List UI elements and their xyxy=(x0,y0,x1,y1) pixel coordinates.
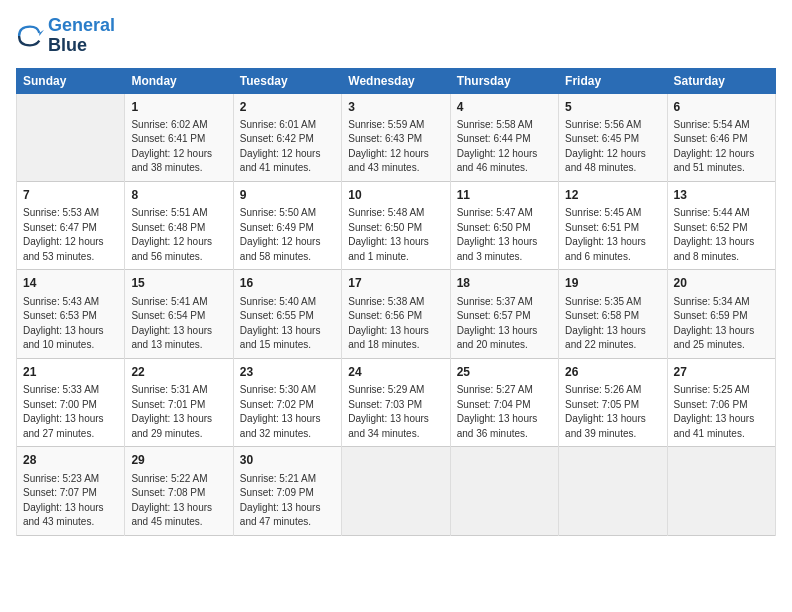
day-number: 15 xyxy=(131,275,226,292)
day-number: 19 xyxy=(565,275,660,292)
calendar-cell: 21Sunrise: 5:33 AM Sunset: 7:00 PM Dayli… xyxy=(17,358,125,446)
calendar-week-row: 14Sunrise: 5:43 AM Sunset: 6:53 PM Dayli… xyxy=(17,270,776,358)
day-header: Tuesday xyxy=(233,68,341,93)
day-number: 3 xyxy=(348,99,443,116)
cell-info: Sunrise: 6:01 AM Sunset: 6:42 PM Dayligh… xyxy=(240,118,335,176)
day-number: 9 xyxy=(240,187,335,204)
day-number: 1 xyxy=(131,99,226,116)
day-number: 21 xyxy=(23,364,118,381)
cell-info: Sunrise: 5:56 AM Sunset: 6:45 PM Dayligh… xyxy=(565,118,660,176)
day-number: 29 xyxy=(131,452,226,469)
calendar-cell: 3Sunrise: 5:59 AM Sunset: 6:43 PM Daylig… xyxy=(342,93,450,181)
day-header: Monday xyxy=(125,68,233,93)
cell-info: Sunrise: 5:48 AM Sunset: 6:50 PM Dayligh… xyxy=(348,206,443,264)
cell-info: Sunrise: 5:45 AM Sunset: 6:51 PM Dayligh… xyxy=(565,206,660,264)
calendar-cell: 28Sunrise: 5:23 AM Sunset: 7:07 PM Dayli… xyxy=(17,447,125,535)
calendar-cell: 13Sunrise: 5:44 AM Sunset: 6:52 PM Dayli… xyxy=(667,181,775,269)
day-number: 13 xyxy=(674,187,769,204)
calendar-cell: 4Sunrise: 5:58 AM Sunset: 6:44 PM Daylig… xyxy=(450,93,558,181)
calendar-cell: 14Sunrise: 5:43 AM Sunset: 6:53 PM Dayli… xyxy=(17,270,125,358)
calendar-cell xyxy=(667,447,775,535)
cell-info: Sunrise: 5:43 AM Sunset: 6:53 PM Dayligh… xyxy=(23,295,118,353)
calendar-week-row: 28Sunrise: 5:23 AM Sunset: 7:07 PM Dayli… xyxy=(17,447,776,535)
calendar-cell: 19Sunrise: 5:35 AM Sunset: 6:58 PM Dayli… xyxy=(559,270,667,358)
day-header: Wednesday xyxy=(342,68,450,93)
day-number: 11 xyxy=(457,187,552,204)
day-number: 12 xyxy=(565,187,660,204)
day-number: 23 xyxy=(240,364,335,381)
cell-info: Sunrise: 5:40 AM Sunset: 6:55 PM Dayligh… xyxy=(240,295,335,353)
calendar-cell: 23Sunrise: 5:30 AM Sunset: 7:02 PM Dayli… xyxy=(233,358,341,446)
calendar-cell: 2Sunrise: 6:01 AM Sunset: 6:42 PM Daylig… xyxy=(233,93,341,181)
day-number: 16 xyxy=(240,275,335,292)
calendar-cell: 16Sunrise: 5:40 AM Sunset: 6:55 PM Dayli… xyxy=(233,270,341,358)
cell-info: Sunrise: 5:54 AM Sunset: 6:46 PM Dayligh… xyxy=(674,118,769,176)
cell-info: Sunrise: 5:23 AM Sunset: 7:07 PM Dayligh… xyxy=(23,472,118,530)
logo-name: GeneralBlue xyxy=(48,16,115,56)
logo-icon xyxy=(16,22,44,50)
day-header: Thursday xyxy=(450,68,558,93)
day-number: 27 xyxy=(674,364,769,381)
calendar-cell: 6Sunrise: 5:54 AM Sunset: 6:46 PM Daylig… xyxy=(667,93,775,181)
calendar-cell: 7Sunrise: 5:53 AM Sunset: 6:47 PM Daylig… xyxy=(17,181,125,269)
day-number: 18 xyxy=(457,275,552,292)
day-number: 7 xyxy=(23,187,118,204)
cell-info: Sunrise: 5:59 AM Sunset: 6:43 PM Dayligh… xyxy=(348,118,443,176)
calendar-week-row: 7Sunrise: 5:53 AM Sunset: 6:47 PM Daylig… xyxy=(17,181,776,269)
day-number: 25 xyxy=(457,364,552,381)
logo: GeneralBlue xyxy=(16,16,115,56)
calendar-cell xyxy=(342,447,450,535)
cell-info: Sunrise: 5:30 AM Sunset: 7:02 PM Dayligh… xyxy=(240,383,335,441)
day-number: 26 xyxy=(565,364,660,381)
day-number: 2 xyxy=(240,99,335,116)
calendar-header-row: SundayMondayTuesdayWednesdayThursdayFrid… xyxy=(17,68,776,93)
calendar-cell: 1Sunrise: 6:02 AM Sunset: 6:41 PM Daylig… xyxy=(125,93,233,181)
calendar-cell xyxy=(450,447,558,535)
day-header: Saturday xyxy=(667,68,775,93)
calendar-cell: 27Sunrise: 5:25 AM Sunset: 7:06 PM Dayli… xyxy=(667,358,775,446)
calendar-table: SundayMondayTuesdayWednesdayThursdayFrid… xyxy=(16,68,776,536)
calendar-cell: 29Sunrise: 5:22 AM Sunset: 7:08 PM Dayli… xyxy=(125,447,233,535)
day-number: 22 xyxy=(131,364,226,381)
day-number: 24 xyxy=(348,364,443,381)
cell-info: Sunrise: 5:26 AM Sunset: 7:05 PM Dayligh… xyxy=(565,383,660,441)
calendar-cell: 22Sunrise: 5:31 AM Sunset: 7:01 PM Dayli… xyxy=(125,358,233,446)
calendar-cell xyxy=(559,447,667,535)
calendar-cell: 10Sunrise: 5:48 AM Sunset: 6:50 PM Dayli… xyxy=(342,181,450,269)
cell-info: Sunrise: 5:25 AM Sunset: 7:06 PM Dayligh… xyxy=(674,383,769,441)
calendar-week-row: 21Sunrise: 5:33 AM Sunset: 7:00 PM Dayli… xyxy=(17,358,776,446)
cell-info: Sunrise: 5:33 AM Sunset: 7:00 PM Dayligh… xyxy=(23,383,118,441)
cell-info: Sunrise: 5:41 AM Sunset: 6:54 PM Dayligh… xyxy=(131,295,226,353)
calendar-cell: 24Sunrise: 5:29 AM Sunset: 7:03 PM Dayli… xyxy=(342,358,450,446)
day-header: Sunday xyxy=(17,68,125,93)
calendar-body: 1Sunrise: 6:02 AM Sunset: 6:41 PM Daylig… xyxy=(17,93,776,535)
day-number: 17 xyxy=(348,275,443,292)
calendar-cell: 15Sunrise: 5:41 AM Sunset: 6:54 PM Dayli… xyxy=(125,270,233,358)
day-number: 5 xyxy=(565,99,660,116)
page-header: GeneralBlue xyxy=(16,16,776,56)
cell-info: Sunrise: 6:02 AM Sunset: 6:41 PM Dayligh… xyxy=(131,118,226,176)
day-number: 28 xyxy=(23,452,118,469)
cell-info: Sunrise: 5:34 AM Sunset: 6:59 PM Dayligh… xyxy=(674,295,769,353)
cell-info: Sunrise: 5:37 AM Sunset: 6:57 PM Dayligh… xyxy=(457,295,552,353)
cell-info: Sunrise: 5:47 AM Sunset: 6:50 PM Dayligh… xyxy=(457,206,552,264)
cell-info: Sunrise: 5:35 AM Sunset: 6:58 PM Dayligh… xyxy=(565,295,660,353)
calendar-cell: 8Sunrise: 5:51 AM Sunset: 6:48 PM Daylig… xyxy=(125,181,233,269)
cell-info: Sunrise: 5:53 AM Sunset: 6:47 PM Dayligh… xyxy=(23,206,118,264)
calendar-week-row: 1Sunrise: 6:02 AM Sunset: 6:41 PM Daylig… xyxy=(17,93,776,181)
calendar-cell: 25Sunrise: 5:27 AM Sunset: 7:04 PM Dayli… xyxy=(450,358,558,446)
day-number: 30 xyxy=(240,452,335,469)
calendar-cell xyxy=(17,93,125,181)
cell-info: Sunrise: 5:50 AM Sunset: 6:49 PM Dayligh… xyxy=(240,206,335,264)
cell-info: Sunrise: 5:27 AM Sunset: 7:04 PM Dayligh… xyxy=(457,383,552,441)
cell-info: Sunrise: 5:38 AM Sunset: 6:56 PM Dayligh… xyxy=(348,295,443,353)
cell-info: Sunrise: 5:51 AM Sunset: 6:48 PM Dayligh… xyxy=(131,206,226,264)
calendar-cell: 11Sunrise: 5:47 AM Sunset: 6:50 PM Dayli… xyxy=(450,181,558,269)
cell-info: Sunrise: 5:29 AM Sunset: 7:03 PM Dayligh… xyxy=(348,383,443,441)
calendar-cell: 12Sunrise: 5:45 AM Sunset: 6:51 PM Dayli… xyxy=(559,181,667,269)
day-number: 10 xyxy=(348,187,443,204)
cell-info: Sunrise: 5:58 AM Sunset: 6:44 PM Dayligh… xyxy=(457,118,552,176)
cell-info: Sunrise: 5:21 AM Sunset: 7:09 PM Dayligh… xyxy=(240,472,335,530)
cell-info: Sunrise: 5:44 AM Sunset: 6:52 PM Dayligh… xyxy=(674,206,769,264)
day-number: 8 xyxy=(131,187,226,204)
